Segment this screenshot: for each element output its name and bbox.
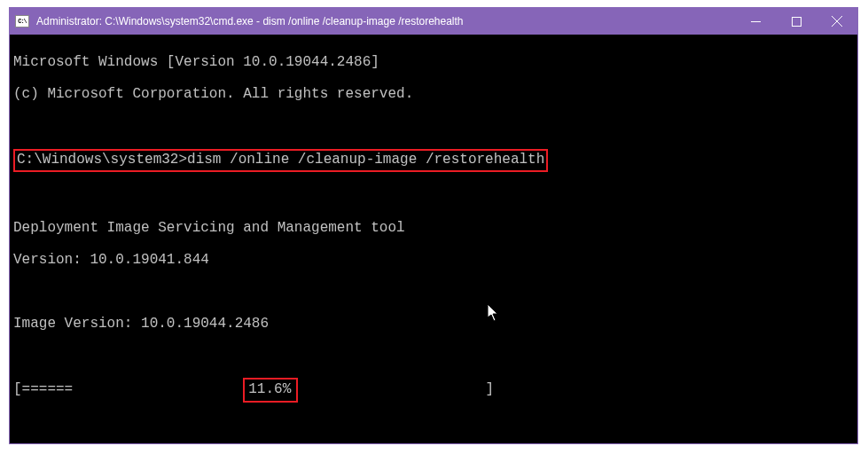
progress-percent: 11.6% xyxy=(243,378,298,403)
progress-line: [====== 11.6% ] xyxy=(13,380,854,403)
maximize-icon xyxy=(792,17,802,27)
cmd-window: Administrator: C:\Windows\system32\cmd.e… xyxy=(9,7,858,444)
typed-command: dism /online /cleanup-image /restoreheal… xyxy=(187,152,544,168)
prompt: C:\Windows\system32> xyxy=(17,152,187,168)
close-button[interactable] xyxy=(817,8,857,35)
titlebar[interactable]: Administrator: C:\Windows\system32\cmd.e… xyxy=(10,8,857,35)
blank-line xyxy=(13,284,854,300)
close-icon xyxy=(832,16,842,27)
banner-line: Microsoft Windows [Version 10.0.19044.24… xyxy=(13,54,854,70)
tool-version: Version: 10.0.19041.844 xyxy=(13,252,854,268)
cmd-icon xyxy=(15,15,29,27)
blank-line xyxy=(13,188,854,204)
terminal-area[interactable]: Microsoft Windows [Version 10.0.19044.24… xyxy=(10,35,857,443)
banner-line: (c) Microsoft Corporation. All rights re… xyxy=(13,86,854,102)
progress-bar-left: [====== xyxy=(13,381,73,397)
minimize-button[interactable] xyxy=(735,8,776,35)
command-line: C:\Windows\system32>dism /online /cleanu… xyxy=(13,150,854,172)
window-title: Administrator: C:\Windows\system32\cmd.e… xyxy=(36,15,464,27)
image-version: Image Version: 10.0.19044.2486 xyxy=(13,316,854,332)
svg-rect-1 xyxy=(792,17,801,26)
blank-line xyxy=(13,118,854,134)
progress-bar-right: ] xyxy=(486,381,503,397)
tool-title: Deployment Image Servicing and Managemen… xyxy=(13,220,854,236)
maximize-button[interactable] xyxy=(776,8,817,35)
blank-line xyxy=(13,348,854,364)
minimize-icon xyxy=(751,17,761,27)
